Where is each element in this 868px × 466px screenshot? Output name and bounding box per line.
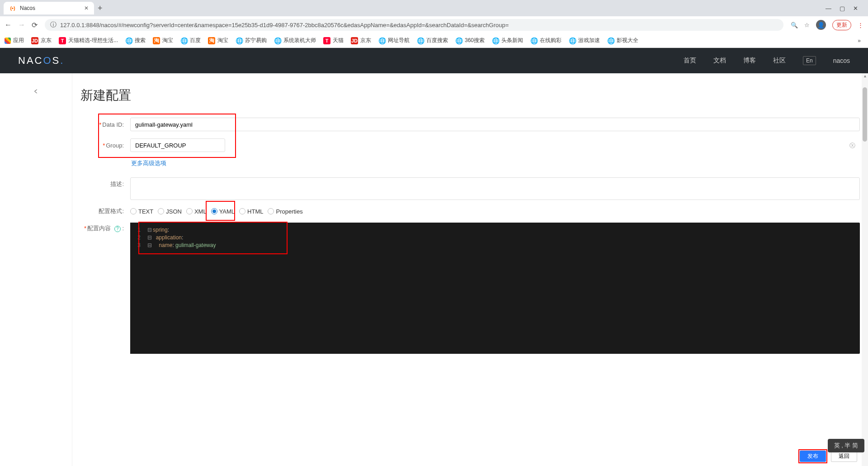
radio-circle-icon — [186, 208, 193, 214]
nacos-logo[interactable]: NACOS. — [18, 55, 64, 67]
format-radio-properties[interactable]: Properties — [268, 208, 302, 215]
nav-community[interactable]: 社区 — [773, 57, 786, 65]
bookmark-icon: 🌐 — [607, 37, 614, 44]
bookmark-label: 淘宝 — [217, 37, 228, 44]
ime-text: 英 , 半 简 — [834, 442, 858, 450]
radio-label: XML — [194, 208, 207, 215]
radio-label: YAML — [219, 208, 235, 215]
profile-icon[interactable]: 👤 — [816, 20, 826, 30]
format-radio-group: TEXTJSONXMLYAMLHTMLProperties — [130, 208, 303, 215]
publish-button[interactable]: 发布 — [800, 451, 826, 462]
radio-circle-icon — [268, 208, 274, 214]
bookmark-item[interactable]: 应用 — [5, 37, 24, 44]
desc-label: 描述: — [110, 181, 124, 187]
update-button[interactable]: 更新 — [832, 20, 851, 30]
format-radio-json[interactable]: JSON — [158, 208, 182, 215]
help-icon[interactable]: ? — [114, 226, 121, 232]
format-radio-html[interactable]: HTML — [239, 208, 263, 215]
group-input[interactable] — [130, 138, 225, 152]
close-tab-icon[interactable]: ✕ — [84, 5, 89, 11]
back-icon[interactable]: ← — [5, 21, 12, 29]
bookmark-label: 京东 — [41, 37, 52, 44]
code-editor[interactable]: 123 ⊟spring:⊟ application:⊟ name: gulima… — [130, 223, 860, 354]
bookmark-item[interactable]: 淘淘宝 — [208, 37, 228, 44]
reload-icon[interactable]: ⟳ — [32, 21, 38, 29]
bookmark-item[interactable]: 🌐搜索 — [125, 37, 146, 44]
close-window-icon[interactable]: ✕ — [853, 5, 858, 12]
nav-user[interactable]: nacos — [833, 57, 850, 64]
bookmark-item[interactable]: 🌐苏宁易购 — [236, 37, 267, 44]
bookmark-label: 搜索 — [135, 37, 146, 44]
ime-indicator[interactable]: 英 , 半 简 — [828, 439, 864, 452]
format-radio-yaml[interactable]: YAML — [211, 208, 235, 215]
bookmark-item[interactable]: T天猫 — [323, 37, 344, 44]
nav-blog[interactable]: 博客 — [743, 57, 756, 65]
lang-switch[interactable]: En — [803, 56, 816, 65]
bookmark-label: 京东 — [360, 37, 371, 44]
search-icon[interactable]: 🔍 — [791, 22, 798, 29]
group-label: Group: — [106, 142, 124, 149]
bookmark-item[interactable]: 🌐游戏加速 — [569, 37, 600, 44]
bookmark-item[interactable]: 🌐百度搜索 — [417, 37, 448, 44]
bookmark-icon: 🌐 — [530, 37, 538, 44]
forward-icon[interactable]: → — [18, 21, 25, 29]
description-input[interactable] — [130, 177, 860, 200]
site-info-icon[interactable]: ⓘ — [50, 21, 57, 29]
bookmark-item[interactable]: 淘淘宝 — [153, 37, 173, 44]
bookmark-star-icon[interactable]: ☆ — [804, 22, 810, 29]
clear-group-icon[interactable]: ⓧ — [849, 142, 855, 150]
bookmark-icon: 🌐 — [417, 37, 424, 44]
page-title: 新建配置 — [80, 87, 860, 104]
bookmarks-overflow[interactable]: » — [855, 38, 863, 44]
maximize-icon[interactable]: ▢ — [840, 5, 845, 12]
bookmark-item[interactable]: T天猫精选-理想生活... — [59, 37, 118, 44]
bookmark-item[interactable]: 🌐在线购彩 — [530, 37, 561, 44]
bookmark-item[interactable]: 🌐头条新闻 — [492, 37, 523, 44]
bookmark-item[interactable]: 🌐百度 — [180, 37, 201, 44]
browser-tab[interactable]: (•) Nacos ✕ — [4, 2, 94, 14]
chrome-menu-icon[interactable]: ⋮ — [858, 22, 863, 29]
app-body: < 新建配置 *Data ID: *Group: ⓧ 更多高级选项 描述: — [0, 73, 868, 466]
browser-chrome: (•) Nacos ✕ + — ▢ ✕ ← → ⟳ ⓘ 127.0.0.1:88… — [0, 0, 868, 48]
bookmark-icon: JD — [351, 37, 358, 44]
data-id-input[interactable] — [130, 118, 860, 131]
radio-label: HTML — [247, 208, 263, 215]
editor-gutter: 123 — [130, 223, 143, 354]
bookmark-item[interactable]: 🌐网址导航 — [378, 37, 410, 44]
main-content: 新建配置 *Data ID: *Group: ⓧ 更多高级选项 描述: 配置格式 — [72, 73, 868, 466]
new-tab-button[interactable]: + — [94, 2, 106, 15]
url-input[interactable]: ⓘ 127.0.0.1:8848/nacos/#/newconfig?serve… — [45, 19, 783, 31]
bookmark-label: 网址导航 — [388, 37, 410, 44]
highlight-publish: 发布 — [798, 449, 827, 463]
bookmark-icon: 淘 — [153, 37, 160, 44]
window-controls: — ▢ ✕ — [819, 5, 864, 12]
sidebar-collapse-icon[interactable]: < — [34, 87, 37, 96]
tab-title: Nacos — [20, 5, 35, 11]
bookmark-icon: 🌐 — [492, 37, 499, 44]
bookmark-label: 头条新闻 — [501, 37, 523, 44]
format-radio-text[interactable]: TEXT — [130, 208, 153, 215]
bookmark-icon: 🌐 — [455, 37, 462, 44]
bookmark-item[interactable]: 🌐系统装机大师 — [274, 37, 316, 44]
bookmark-item[interactable]: JD京东 — [351, 37, 371, 44]
address-bar: ← → ⟳ ⓘ 127.0.0.1:8848/nacos/#/newconfig… — [0, 16, 868, 33]
scrollbar[interactable]: ▴ — [862, 73, 868, 466]
radio-circle-icon — [130, 208, 137, 214]
bookmark-item[interactable]: JD京东 — [31, 37, 52, 44]
minimize-icon[interactable]: — — [826, 5, 831, 12]
bookmark-label: 360搜索 — [465, 37, 485, 44]
nav-docs[interactable]: 文档 — [713, 57, 726, 65]
data-id-label: Data ID: — [102, 121, 124, 128]
radio-circle-icon — [211, 208, 217, 214]
more-options-link[interactable]: 更多高级选项 — [131, 159, 860, 167]
bookmark-item[interactable]: 🌐影视大全 — [607, 37, 638, 44]
bookmark-label: 在线购彩 — [540, 37, 561, 44]
nav-home[interactable]: 首页 — [684, 57, 696, 65]
editor-lines: ⊟spring:⊟ application:⊟ name: gulimall-g… — [143, 223, 860, 354]
bookmark-item[interactable]: 🌐360搜索 — [455, 37, 485, 44]
row-group: *Group: ⓧ — [80, 138, 860, 152]
bookmark-icon: JD — [31, 37, 38, 44]
format-radio-xml[interactable]: XML — [186, 208, 207, 215]
bookmark-label: 系统装机大师 — [283, 37, 316, 44]
row-format: 配置格式: TEXTJSONXMLYAMLHTMLProperties — [80, 207, 860, 215]
